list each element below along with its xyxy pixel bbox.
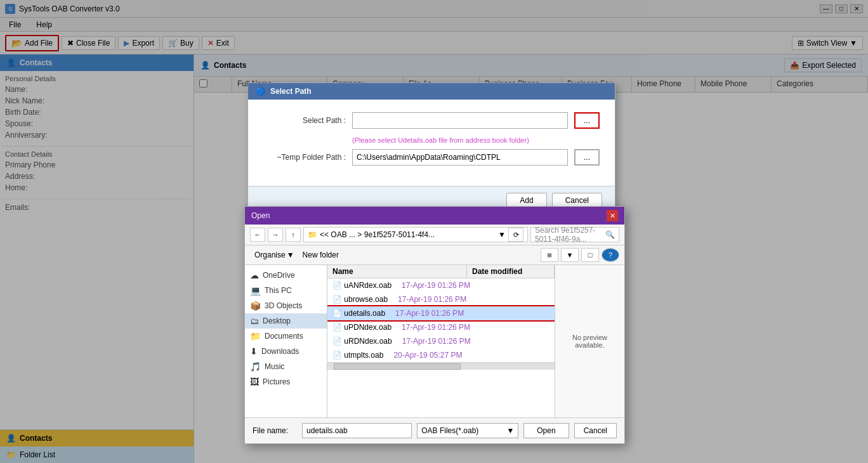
downloads-icon: ⬇ (250, 346, 258, 356)
filename-footer-label: File name: (253, 426, 297, 435)
file-name-3: udetails.oab (344, 309, 385, 318)
file-row-1[interactable]: 📄 uANRdex.oab 17-Apr-19 01:26 PM (327, 278, 555, 292)
open-dialog-cancel-button[interactable]: Cancel (574, 423, 617, 438)
path-dropdown-icon[interactable]: ▼ (498, 230, 506, 239)
filetype-value: OAB Files(*.oab) (421, 426, 478, 435)
new-folder-button[interactable]: New folder (303, 251, 339, 259)
pictures-icon: 🖼 (250, 377, 259, 387)
desktop-icon: 🗂 (250, 316, 259, 326)
search-icon: 🔍 (605, 230, 615, 239)
organise-button[interactable]: Organise ▼ (250, 249, 299, 261)
select-path-row: Select Path : ... (263, 112, 600, 129)
tree-item-pictures[interactable]: 🖼 Pictures (245, 374, 327, 389)
file-icon-5: 📄 uRDNdex.oab (327, 336, 397, 347)
tree-item-downloads[interactable]: ⬇ Downloads (245, 344, 327, 359)
open-dialog-body: ☁ OneDrive 💻 This PC 📦 3D Objects 🗂 Desk… (245, 265, 624, 417)
col-date-header: Date modified (467, 265, 555, 278)
3d-objects-label: 3D Objects (265, 301, 302, 310)
onedrive-icon: ☁ (250, 270, 259, 280)
file-row-5[interactable]: 📄 uRDNdex.oab 17-Apr-19 01:26 PM (327, 334, 555, 348)
search-placeholder: Search 9e1f5257-5011-4f46-9a... (535, 226, 605, 244)
select-path-dialog-icon: 🔵 (256, 87, 265, 96)
file-row-4[interactable]: 📄 uPDNdex.oab 17-Apr-19 01:26 PM (327, 320, 555, 334)
view-dropdown-button[interactable]: ▼ (561, 248, 579, 262)
file-row-3[interactable]: 📄 udetails.oab 17-Apr-19 01:26 PM (327, 306, 555, 320)
file-icon-2: 📄 ubrowse.oab (327, 294, 393, 305)
open-dialog-title: Open (251, 211, 270, 220)
file-row-6[interactable]: 📄 utmplts.oab 20-Apr-19 05:27 PM (327, 348, 555, 362)
file-row-2[interactable]: 📄 ubrowse.oab 17-Apr-19 01:26 PM (327, 292, 555, 306)
file-name-1: uANRdex.oab (344, 281, 391, 290)
3d-objects-icon: 📦 (250, 301, 261, 311)
this-pc-icon: 💻 (250, 285, 261, 296)
nav-up-button[interactable]: ↑ (286, 228, 301, 242)
file-name-4: uPDNdex.oab (344, 323, 391, 332)
open-dialog-toolbar: Organise ▼ New folder ≡ ▼ □ ? (245, 245, 624, 265)
file-date-1: 17-Apr-19 01:26 PM (397, 280, 475, 291)
file-date-6: 20-Apr-19 05:27 PM (388, 349, 467, 361)
music-icon: 🎵 (250, 362, 261, 372)
file-icon-3: 📄 udetails.oab (327, 308, 390, 319)
path-bar: 📁 << OAB ... > 9e1f5257-5011-4f4... ▼ ⟳ (303, 227, 528, 242)
file-date-4: 17-Apr-19 01:26 PM (397, 322, 475, 333)
scrollbar-thumb[interactable] (334, 363, 461, 370)
desktop-label: Desktop (263, 316, 291, 325)
file-icon-4: 📄 uPDNdex.oab (327, 322, 397, 333)
open-dialog-close-button[interactable]: ✕ (607, 210, 618, 221)
select-path-hint: (Please select Udetails.oab file from ad… (352, 136, 600, 144)
filetype-dropdown-icon: ▼ (506, 426, 514, 435)
tree-item-desktop[interactable]: 🗂 Desktop (245, 313, 327, 329)
nav-back-button[interactable]: ← (250, 228, 265, 242)
file-list-scrollbar[interactable] (327, 362, 555, 370)
search-bar: Search 9e1f5257-5011-4f46-9a... 🔍 (530, 227, 619, 242)
preview-panel: No previewavailable. (555, 265, 624, 417)
file-icon-6: 📄 utmplts.oab (327, 349, 388, 361)
view-preview-button[interactable]: □ (581, 248, 599, 262)
select-path-input[interactable] (352, 112, 568, 129)
tree-item-thispc[interactable]: 💻 This PC (245, 283, 327, 298)
file-icon-1: 📄 uANRdex.oab (327, 280, 397, 291)
folder-path-icon: 📁 (308, 230, 317, 239)
col-name-header: Name (327, 265, 467, 278)
temp-folder-label: ~Temp Folder Path : (263, 153, 346, 162)
tree-item-3dobjects[interactable]: 📦 3D Objects (245, 298, 327, 313)
filetype-select[interactable]: OAB Files(*.oab) ▼ (417, 423, 518, 438)
view-controls: ≡ ▼ □ ? (541, 248, 619, 262)
documents-label: Documents (265, 332, 303, 341)
file-list: Name Date modified 📄 uANRdex.oab 17-Apr-… (327, 265, 555, 417)
select-path-body: Select Path : ... (Please select Udetail… (248, 100, 615, 186)
file-date-3: 17-Apr-19 01:26 PM (390, 308, 469, 319)
open-file-dialog: Open ✕ ← → ↑ 📁 << OAB ... > 9e1f5257-501… (244, 206, 625, 444)
view-list-button[interactable]: ≡ (541, 248, 558, 262)
file-name-6: utmplts.oab (344, 351, 383, 360)
select-path-browse-button[interactable]: ... (574, 112, 600, 129)
this-pc-label: This PC (265, 286, 292, 295)
open-dialog-footer: File name: OAB Files(*.oab) ▼ Open Cance… (245, 417, 624, 443)
nav-forward-button[interactable]: → (268, 228, 283, 242)
select-path-dialog: 🔵 Select Path Select Path : ... (Please … (247, 82, 615, 215)
preview-text: No previewavailable. (572, 334, 607, 349)
open-dialog-nav: ← → ↑ 📁 << OAB ... > 9e1f5257-5011-4f4..… (245, 225, 624, 245)
path-refresh-button[interactable]: ⟳ (508, 228, 523, 242)
select-path-dialog-title: Select Path (270, 87, 312, 96)
pictures-label: Pictures (263, 377, 290, 386)
organise-chevron-icon: ▼ (287, 251, 294, 259)
temp-folder-input[interactable] (352, 149, 568, 166)
select-path-label: Select Path : (263, 116, 346, 125)
file-list-header: Name Date modified (327, 265, 555, 278)
organise-label: Organise (254, 251, 286, 259)
tree-item-onedrive[interactable]: ☁ OneDrive (245, 268, 327, 283)
help-button[interactable]: ? (602, 248, 619, 262)
temp-folder-browse-button[interactable]: ... (574, 149, 600, 166)
open-button[interactable]: Open (523, 423, 569, 438)
folder-path-text: << OAB ... > 9e1f5257-5011-4f4... (320, 230, 435, 239)
tree-item-music[interactable]: 🎵 Music (245, 359, 327, 374)
filename-input[interactable] (302, 423, 412, 438)
file-name-2: ubrowse.oab (344, 295, 388, 304)
file-date-5: 17-Apr-19 01:26 PM (397, 336, 476, 347)
downloads-label: Downloads (261, 347, 299, 356)
select-path-titlebar: 🔵 Select Path (248, 83, 615, 100)
file-name-5: uRDNdex.oab (344, 337, 391, 346)
music-label: Music (265, 362, 284, 371)
tree-item-documents[interactable]: 📁 Documents (245, 329, 327, 344)
